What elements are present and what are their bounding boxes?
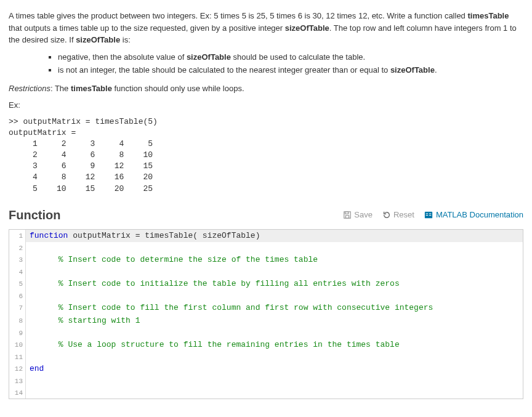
text: A times table gives the product between … xyxy=(9,11,467,20)
save-icon xyxy=(343,211,352,219)
code-line[interactable]: % Insert code to initialize the table by… xyxy=(26,278,523,290)
line-number: 14 xyxy=(9,387,26,399)
text: negative, then the absolute value of xyxy=(58,52,187,62)
line-number: 13 xyxy=(9,375,26,387)
keyword: function xyxy=(30,231,68,240)
line-number: 2 xyxy=(9,242,26,254)
save-button[interactable]: Save xyxy=(343,209,373,221)
svg-rect-5 xyxy=(426,215,429,216)
code-line[interactable]: % Insert code to fill the first column a… xyxy=(26,302,523,314)
matlab-doc-link[interactable]: MATLAB Documentation xyxy=(424,209,523,221)
line-number: 7 xyxy=(9,302,26,314)
svg-rect-1 xyxy=(345,212,349,214)
list-item: negative, then the absolute value of siz… xyxy=(58,51,523,63)
comment: % Use a loop structure to fill the remai… xyxy=(30,340,400,349)
line-number: 12 xyxy=(9,363,26,375)
comment: % Insert code to determine the size of t… xyxy=(30,255,318,264)
code-line[interactable] xyxy=(26,387,523,399)
code-line[interactable] xyxy=(26,351,523,363)
doc-label: MATLAB Documentation xyxy=(436,209,523,221)
text: is: xyxy=(120,35,131,44)
text: should be used to calculate the table. xyxy=(231,52,365,62)
svg-rect-2 xyxy=(346,216,349,218)
line-number: 10 xyxy=(9,339,26,351)
comment: % Insert code to fill the first column a… xyxy=(30,303,433,312)
code-line[interactable] xyxy=(26,375,523,387)
code-line[interactable] xyxy=(26,290,523,302)
reset-button[interactable]: Reset xyxy=(382,209,414,221)
section-title: Function xyxy=(9,206,60,224)
line-number: 6 xyxy=(9,290,26,302)
code-line[interactable]: function outputMatrix = timesTable( size… xyxy=(26,230,523,242)
text: is not an integer, the table should be c… xyxy=(58,65,390,75)
save-label: Save xyxy=(354,209,373,221)
line-number: 3 xyxy=(9,254,26,266)
text: that outputs a times table up to the siz… xyxy=(9,23,285,33)
code-line[interactable]: % Insert code to determine the size of t… xyxy=(26,254,523,266)
text: outputMatrix = timesTable( sizeOfTable) xyxy=(68,231,260,240)
code-line[interactable] xyxy=(26,242,523,254)
code-line[interactable] xyxy=(26,327,523,339)
comment: % starting with 1 xyxy=(30,316,140,325)
code-line[interactable]: % Use a loop structure to fill the remai… xyxy=(26,339,523,351)
text: function should only use while loops. xyxy=(112,84,244,93)
code-line[interactable] xyxy=(26,266,523,278)
comment: % Insert code to initialize the table by… xyxy=(30,279,400,288)
svg-rect-7 xyxy=(429,215,432,216)
line-number: 4 xyxy=(9,266,26,278)
code-line[interactable]: end xyxy=(26,363,523,375)
text: : The xyxy=(50,84,71,93)
line-number: 5 xyxy=(9,278,26,290)
line-number: 8 xyxy=(9,315,26,327)
restrictions-label: Restrictions xyxy=(9,84,50,93)
list-item: is not an integer, the table should be c… xyxy=(58,64,523,76)
reset-label: Reset xyxy=(393,209,414,221)
restrictions-paragraph: Restrictions: The timesTable function sh… xyxy=(9,83,523,95)
param-name: sizeOfTable xyxy=(285,23,329,33)
keyword: end xyxy=(30,364,44,373)
line-number: 11 xyxy=(9,351,26,363)
example-label: Ex: xyxy=(9,99,523,111)
fn-name: timesTable xyxy=(71,84,112,93)
reset-icon xyxy=(382,211,391,219)
conditions-list: negative, then the absolute value of siz… xyxy=(58,51,523,76)
param-name: sizeOfTable xyxy=(76,35,120,44)
line-number: 1 xyxy=(9,230,26,242)
code-line[interactable]: % starting with 1 xyxy=(26,315,523,327)
code-editor[interactable]: 1function outputMatrix = timesTable( siz… xyxy=(9,229,523,399)
fn-name: timesTable xyxy=(467,11,509,20)
problem-paragraph-1: A times table gives the product between … xyxy=(9,10,523,46)
svg-rect-6 xyxy=(429,213,432,214)
function-section-header: Function Save Reset MA xyxy=(9,206,523,224)
doc-icon xyxy=(424,211,433,219)
param-name: sizeOfTable xyxy=(187,52,231,62)
svg-rect-4 xyxy=(426,213,429,214)
editor-toolbar: Save Reset MATLAB Documentation xyxy=(343,209,523,221)
example-output: >> outputMatrix = timesTable(5) outputMa… xyxy=(9,116,523,195)
text: . xyxy=(435,65,437,75)
param-name: sizeOfTable xyxy=(390,65,435,75)
line-number: 9 xyxy=(9,327,26,339)
